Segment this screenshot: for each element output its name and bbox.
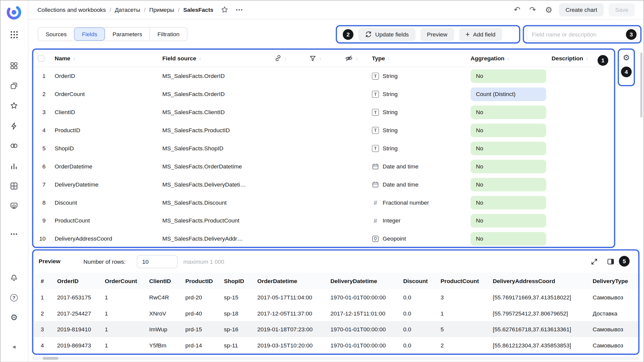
row-number: 9 [38,217,46,224]
sort-arrow-icon[interactable]: ↓ [586,55,588,61]
preview-layout-icon[interactable] [607,258,614,265]
create-chart-button[interactable]: Create chart [559,3,604,16]
field-source: MS_SalesFacts.ClientID [162,109,274,115]
aggregation-select[interactable]: No [471,160,546,173]
fields-table-header: Name↓ Field source↓ ↓ ↓ [33,50,614,67]
string-type-icon: T [372,145,379,152]
field-name[interactable]: DeliveryDatetime [55,181,162,188]
tab-sources[interactable]: Sources [38,27,74,40]
table-row[interactable]: 10 DeliveryAddressCoord MS_SalesFacts.De… [33,230,614,248]
field-name[interactable]: OrderDatetime [55,163,162,170]
aggregation-select[interactable]: No [471,196,546,209]
update-fields-button[interactable]: Update fields [358,28,416,41]
add-field-button[interactable]: + Add field [459,28,502,41]
fields-settings-gear-icon[interactable]: ⚙ [623,54,630,62]
aggregation-select[interactable]: Count (Distinct) [471,87,546,101]
datalens-logo-icon[interactable] [6,5,22,20]
number-of-rows-input[interactable] [137,255,178,268]
table-row[interactable]: 6 OrderDatetime MS_SalesFacts.OrderDatet… [33,157,614,175]
notifications-bell-icon[interactable] [9,273,19,283]
aggregation-select[interactable]: No [471,69,546,83]
nav-charts-icon[interactable] [9,161,19,171]
field-search-input[interactable] [527,27,638,41]
column-header-aggregation[interactable]: Aggregation↓ [471,55,552,61]
column-header-link[interactable]: ↓ [274,54,309,62]
calendar-type-icon [372,181,379,188]
aggregation-select[interactable]: No [471,105,546,119]
table-row[interactable]: 7 DeliveryDatetime MS_SalesFacts.Deliver… [33,175,614,194]
dataset-settings-gear-icon[interactable]: ⚙ [545,6,552,14]
table-row[interactable]: 8 Discount MS_SalesFacts.Discount #Fract… [33,193,614,211]
aggregation-select[interactable]: No [471,178,546,191]
nav-tables-icon[interactable] [9,181,19,191]
save-button[interactable]: Save [609,3,635,16]
preview-toggle-button[interactable]: Preview [420,28,454,41]
annotation-badge-4: 4 [621,67,632,77]
preview-controls: Preview Number of rows: maximum 1 000 5 [33,251,638,273]
favorite-star-icon[interactable] [221,6,228,14]
breadcrumb-collections[interactable]: Collections and workbooks [37,6,106,13]
help-icon[interactable]: ? [9,293,19,303]
sort-arrow-icon[interactable]: ↓ [199,55,202,61]
tab-filtration[interactable]: Filtration [150,27,187,40]
breadcrumb-separator: / [178,6,179,13]
breadcrumb-datasets[interactable]: Датасеты [115,6,140,13]
row-number: 6 [38,163,46,170]
table-row[interactable]: 5 ShopID MS_SalesFacts.ShopID TString No [33,139,614,157]
preview-table-header: # OrderID OrderCount ClientID ProductID … [33,273,638,289]
field-name[interactable]: ProductID [55,127,162,133]
sort-arrow-icon[interactable]: ↓ [387,55,390,61]
field-name[interactable]: ShopID [55,145,162,152]
tab-parameters[interactable]: Parameters [105,27,150,40]
preview-expand-icon[interactable] [591,258,598,265]
column-header-hidden[interactable]: ↓ [345,54,372,62]
plus-icon: + [465,31,470,38]
tab-fields[interactable]: Fields [74,27,105,40]
field-name[interactable]: Discount [55,199,162,206]
more-options-icon[interactable] [235,6,244,14]
aggregation-select[interactable]: No [471,214,546,227]
column-header-name[interactable]: Name↓ [55,55,162,61]
nav-connections-icon[interactable] [9,121,19,131]
column-header-field-source[interactable]: Field source↓ [162,55,274,61]
column-header-type[interactable]: Type↓ [372,55,470,61]
field-name[interactable]: OrderID [55,73,162,79]
field-name[interactable]: ClientID [55,109,162,115]
sort-arrow-icon[interactable]: ↓ [507,55,510,61]
table-row[interactable]: 2 OrderCount MS_SalesFacts.OrderID TStri… [33,85,614,103]
aggregation-select[interactable]: No [471,232,546,245]
table-row[interactable]: 9 ProductCount MS_SalesFacts.ProductCoun… [33,211,614,230]
select-all-checkbox[interactable] [38,55,44,61]
sort-arrow-icon[interactable]: ↓ [73,55,75,61]
redo-icon[interactable]: ↷ [529,6,536,14]
field-name[interactable]: ProductCount [55,217,162,224]
column-header-filter[interactable]: ↓ [309,54,345,62]
table-row[interactable]: 4 ProductID MS_SalesFacts.ProductID TStr… [33,121,614,139]
sort-arrow-icon[interactable]: ↓ [355,55,358,61]
field-name[interactable]: DeliveryAddressCoord [55,235,162,242]
field-name[interactable]: OrderCount [55,91,162,97]
undo-icon[interactable]: ↶ [514,6,520,14]
breadcrumb-current-salesfacts: SalesFacts [183,6,214,13]
nav-collections-icon[interactable] [9,81,19,91]
horizontal-scrollbar-track[interactable] [32,357,639,359]
sidebar-collapse-icon[interactable]: ◀ [9,342,19,351]
nav-dashboards-icon[interactable] [9,201,19,211]
nav-more-icon[interactable] [9,229,19,239]
sort-arrow-icon[interactable]: ↓ [285,55,287,61]
apps-grid-icon[interactable] [9,30,19,39]
aggregation-select[interactable]: No [471,123,546,137]
table-row[interactable]: 1 OrderID MS_SalesFacts.OrderID TString … [33,67,614,85]
breadcrumb-examples[interactable]: Примеры [149,6,174,13]
sidebar-settings-gear-icon[interactable]: ⚙ [9,312,19,322]
vertical-scrollbar[interactable] [640,53,642,117]
nav-widgets-icon[interactable] [9,61,19,71]
horizontal-scrollbar-thumb[interactable] [43,357,58,359]
nav-favorites-icon[interactable] [9,101,19,110]
table-row[interactable]: 3 ClientID MS_SalesFacts.ClientID TStrin… [33,103,614,121]
aggregation-select[interactable]: No [471,142,546,155]
sort-arrow-icon[interactable]: ↓ [319,55,322,61]
field-source: MS_SalesFacts.DeliveryAddr… [162,235,274,242]
fields-settings-panel: ⚙ 4 [618,49,635,86]
nav-datasets-icon[interactable] [9,141,19,151]
